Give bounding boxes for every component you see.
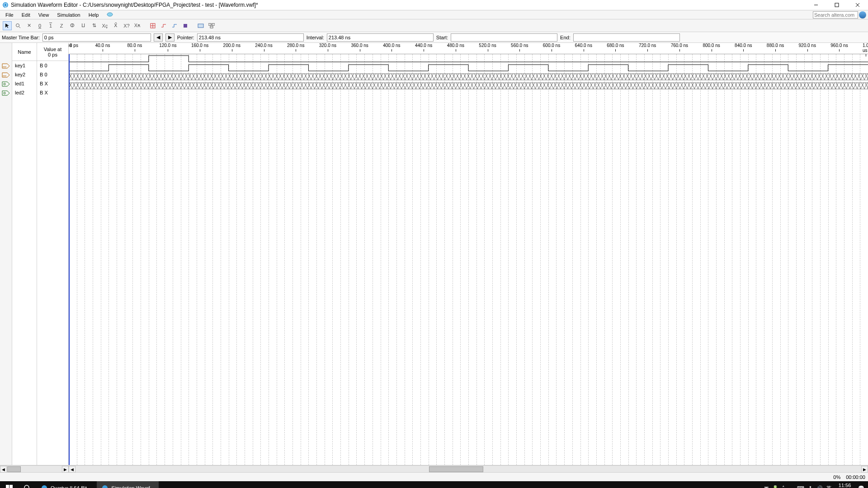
menu-simulation[interactable]: Simulation — [53, 11, 84, 19]
menu-view[interactable]: View — [35, 11, 53, 19]
waveform-row[interactable] — [69, 63, 868, 72]
force-weak-high-icon[interactable]: ⵡ — [79, 21, 88, 30]
pointer-input[interactable] — [197, 33, 304, 42]
search-go-icon[interactable] — [859, 11, 866, 19]
time-cursor[interactable] — [69, 54, 70, 465]
menu-help[interactable]: Help — [85, 11, 103, 19]
grid-line — [660, 54, 660, 465]
signal-out-icon[interactable] — [0, 89, 12, 98]
tray-notifications-icon[interactable]: 💬 — [858, 485, 864, 488]
ruler-tick: 920.0 ns — [799, 43, 816, 48]
wave-scroll-track[interactable] — [75, 466, 861, 472]
sim-settings-icon[interactable] — [196, 21, 205, 30]
svg-rect-16 — [210, 26, 213, 28]
tray-up-icon[interactable]: ˄ — [782, 485, 785, 488]
svg-rect-22 — [69, 83, 868, 89]
force-weak-low-icon[interactable]: ⵀ — [68, 21, 77, 30]
run-timing-sim-icon[interactable] — [181, 21, 190, 30]
waveform-area[interactable]: 0 ps 0 ps40.0 ns80.0 ns120.0 ns160.0 ns2… — [69, 43, 868, 465]
ruler-tick: 720.0 ns — [639, 43, 656, 48]
svg-rect-15 — [212, 23, 215, 25]
tray-icon[interactable]: 🔋 — [772, 485, 778, 488]
svg-point-23 — [24, 485, 29, 488]
random-icon[interactable]: X? — [122, 21, 131, 30]
scroll-thumb[interactable] — [429, 466, 483, 472]
count-value-icon[interactable]: Xç — [100, 21, 109, 30]
menu-edit[interactable]: Edit — [18, 11, 34, 19]
tray-icon[interactable]: ▣ — [764, 485, 769, 488]
taskbar-search-icon[interactable] — [18, 481, 36, 488]
master-timebar-input[interactable] — [42, 33, 151, 42]
signal-in-icon[interactable] — [0, 61, 12, 70]
menu-file[interactable]: File — [2, 11, 17, 19]
scroll-right-button[interactable]: ▶ — [861, 466, 868, 473]
signal-in-icon[interactable] — [0, 70, 12, 80]
ruler-tick: 600.0 ns — [543, 43, 560, 48]
grid-line — [101, 54, 101, 465]
run-functional-sim-icon[interactable] — [170, 21, 179, 30]
waveform-row[interactable] — [69, 72, 868, 81]
arbitrary-icon[interactable]: Xʀ — [133, 21, 142, 30]
invert-icon[interactable]: ⇅ — [90, 21, 99, 30]
node-finder-icon[interactable] — [207, 21, 216, 30]
interval-input[interactable] — [327, 33, 434, 42]
start-input[interactable] — [451, 33, 557, 42]
tray-ime[interactable]: 英 — [826, 485, 831, 488]
search-input[interactable] — [813, 11, 858, 19]
taskbar-item[interactable]: Simulation Wavef... — [97, 481, 158, 488]
tray-volume-icon[interactable]: 🔊 — [816, 485, 823, 488]
tray-cloud-icon[interactable]: ☁ — [788, 485, 793, 488]
tray-network-icon[interactable]: 🖧 — [808, 485, 813, 488]
tray-keyboard-icon[interactable]: ⌨ — [797, 485, 804, 488]
grid-line — [436, 54, 437, 465]
left-scroll-track[interactable] — [7, 466, 62, 472]
signal-name[interactable]: key1 — [12, 61, 37, 70]
signal-name[interactable]: led2 — [12, 88, 37, 97]
grid-line — [540, 54, 541, 465]
snap-transition-icon[interactable] — [159, 21, 168, 30]
grid-line — [628, 54, 629, 465]
step-fwd-button[interactable]: ▶ — [165, 33, 175, 42]
scroll-right-button[interactable]: ▶ — [62, 466, 69, 473]
force-low-icon[interactable]: 0 — [35, 21, 44, 30]
signal-name[interactable]: key2 — [12, 70, 37, 79]
scroll-left-button[interactable]: ◀ — [0, 466, 7, 473]
help-bubble-icon[interactable] — [103, 11, 117, 19]
time-ruler[interactable]: 0 ps 0 ps40.0 ns80.0 ns120.0 ns160.0 ns2… — [69, 43, 868, 54]
force-unknown-icon[interactable]: ✕ — [24, 21, 33, 30]
step-back-button[interactable]: ◀ — [154, 33, 163, 42]
svg-line-8 — [19, 27, 20, 28]
grid-line — [253, 54, 253, 465]
snap-to-grid-icon[interactable] — [148, 21, 157, 30]
waveform-grid[interactable] — [69, 54, 868, 465]
grid-line — [652, 54, 653, 465]
grid-line — [548, 54, 549, 465]
tray-clock[interactable]: 11:56 2020/6/1 — [835, 483, 854, 488]
maximize-button[interactable] — [826, 0, 847, 10]
scroll-thumb[interactable] — [7, 466, 21, 472]
scroll-left-button[interactable]: ◀ — [69, 466, 75, 473]
signal-name[interactable]: led1 — [12, 79, 37, 88]
signal-out-icon[interactable] — [0, 80, 12, 89]
minimize-button[interactable] — [806, 0, 826, 10]
waveform-row[interactable] — [69, 54, 868, 63]
overwrite-clock-icon[interactable]: X̄ — [111, 21, 120, 30]
zoom-tool-icon[interactable] — [14, 21, 23, 30]
waveform-row[interactable] — [69, 81, 868, 90]
grid-line — [108, 54, 109, 465]
close-button[interactable] — [847, 0, 868, 10]
ruler-tick: 480.0 ns — [447, 43, 464, 48]
end-input[interactable] — [573, 33, 680, 42]
force-highz-icon[interactable]: Z — [57, 21, 66, 30]
taskbar-item[interactable]: Quartus II 64-Bit ... — [36, 481, 97, 488]
svg-point-20 — [4, 92, 5, 94]
start-button[interactable] — [0, 481, 18, 488]
grid-line — [117, 54, 117, 465]
selection-tool-icon[interactable] — [3, 21, 12, 30]
grid-line — [156, 54, 157, 465]
main-area: Name key1 key2 led1 led2 Value at 0 ps B… — [0, 43, 868, 465]
grid-line — [173, 54, 173, 465]
grid-line — [500, 54, 501, 465]
force-high-icon[interactable]: 1 — [46, 21, 55, 30]
grid-line — [205, 54, 205, 465]
